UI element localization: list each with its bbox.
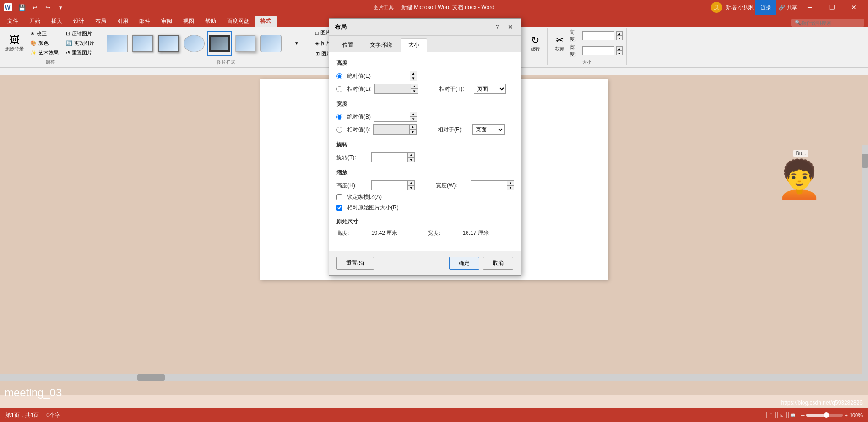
dialog-footer: 重置(S) 确定 取消 [329,251,521,275]
section-rotate: 旋转 旋转(T): 0° ▲ ▼ [336,141,513,162]
width-section-label: 宽度 [336,100,513,108]
rotate-field-label: 旋转(T): [336,154,369,162]
width-relative-label: 相对值(I): [347,126,370,134]
section-height: 高度 绝对值(E) 5.3 厘米 ▲ ▼ 相对值(L): [336,60,513,94]
dialog-close-icon-btn[interactable]: ✕ [506,22,515,32]
lock-ratio-checkbox[interactable] [336,194,342,200]
original-size-label: 原始尺寸 [336,218,513,226]
dialog-body: 高度 绝对值(E) 5.3 厘米 ▲ ▼ 相对值(L): [329,52,521,251]
rotate-down-btn[interactable]: ▼ [407,157,415,162]
scale-width-label: 宽度(W): [436,182,468,189]
rotate-up-btn[interactable]: ▲ [407,152,415,157]
height-rel-down-btn[interactable]: ▼ [411,89,418,94]
height-rel-up-btn[interactable]: ▲ [411,84,418,89]
width-abs-up-btn[interactable]: ▲ [410,112,417,117]
scale-h-down-btn[interactable]: ▼ [407,185,415,190]
height-absolute-input[interactable]: 5.3 厘米 [374,71,410,81]
height-relative-input[interactable] [374,84,411,94]
dialog-help-btn[interactable]: ? [493,22,502,32]
scale-height-input[interactable]: 27 % [371,180,408,190]
height-relative-radio[interactable] [336,86,342,92]
height-abs-down-btn[interactable]: ▼ [410,76,417,81]
width-abs-down-btn[interactable]: ▼ [410,117,417,122]
section-width: 宽度 绝对值(B) 3.5 厘米 ▲ ▼ 相对值(I): [336,100,513,135]
height-absolute-radio[interactable] [336,73,342,79]
height-relative-to-select[interactable]: 页面 [474,84,506,94]
dialog-tab-wrap[interactable]: 文字环绕 [362,38,400,52]
relative-original-label: 相对原始图片大小(R) [347,204,399,211]
relative-original-checkbox[interactable] [336,205,342,211]
scale-w-up-btn[interactable]: ▲ [507,180,514,185]
width-rel-down-btn[interactable]: ▼ [409,130,417,135]
width-absolute-radio[interactable] [336,114,342,120]
width-relative-input[interactable] [373,124,410,135]
section-original-size: 原始尺寸 高度: 19.42 厘米 宽度: 16.17 厘米 [336,218,513,237]
orig-height-value: 19.42 厘米 [371,229,397,237]
orig-width-value: 16.17 厘米 [462,229,488,237]
dialog-overlay: 布局 ? ✕ 位置 文字环绕 大小 高度 绝对值(E) 5.3 厘米 [0,0,868,422]
width-relative-to-label: 相对于(E): [438,126,470,134]
rotate-section-label: 旋转 [336,141,513,149]
width-absolute-input[interactable]: 3.5 厘米 [374,112,410,122]
scale-h-up-btn[interactable]: ▲ [407,180,415,185]
dialog-tabs: 位置 文字环绕 大小 [329,36,521,52]
rotate-input[interactable]: 0° [371,152,408,162]
orig-height-label: 高度: [336,229,369,237]
height-absolute-label: 绝对值(E) [347,72,371,80]
lock-ratio-label: 锁定纵横比(A) [347,193,382,201]
height-abs-up-btn[interactable]: ▲ [410,71,417,76]
height-section-label: 高度 [336,60,513,67]
width-relative-to-select[interactable]: 页面 [472,124,505,135]
height-relative-to-label: 相对于(T): [439,85,471,93]
width-rel-up-btn[interactable]: ▲ [409,124,417,130]
dialog-titlebar: 布局 ? ✕ [329,19,521,36]
scale-w-down-btn[interactable]: ▼ [507,185,514,190]
layout-dialog: 布局 ? ✕ 位置 文字环绕 大小 高度 绝对值(E) 5.3 厘米 [329,18,521,276]
section-scale: 缩放 高度(H): 27 % ▲ ▼ 宽度(W): 91 % ▲ [336,169,513,211]
cancel-btn[interactable]: 取消 [483,257,513,270]
dialog-tab-position[interactable]: 位置 [335,38,361,52]
reset-btn[interactable]: 重置(S) [336,257,374,270]
dialog-tab-size[interactable]: 大小 [401,38,427,52]
scale-width-input[interactable]: 91 % [471,180,507,190]
scale-height-label: 高度(H): [336,182,369,189]
width-relative-radio[interactable] [336,127,342,133]
width-absolute-label: 绝对值(B) [347,113,371,121]
height-relative-label: 相对值(L): [347,85,372,93]
orig-width-label: 宽度: [428,229,460,237]
scale-section-label: 缩放 [336,169,513,177]
ok-btn[interactable]: 确定 [449,257,479,270]
dialog-title: 布局 [335,23,347,31]
